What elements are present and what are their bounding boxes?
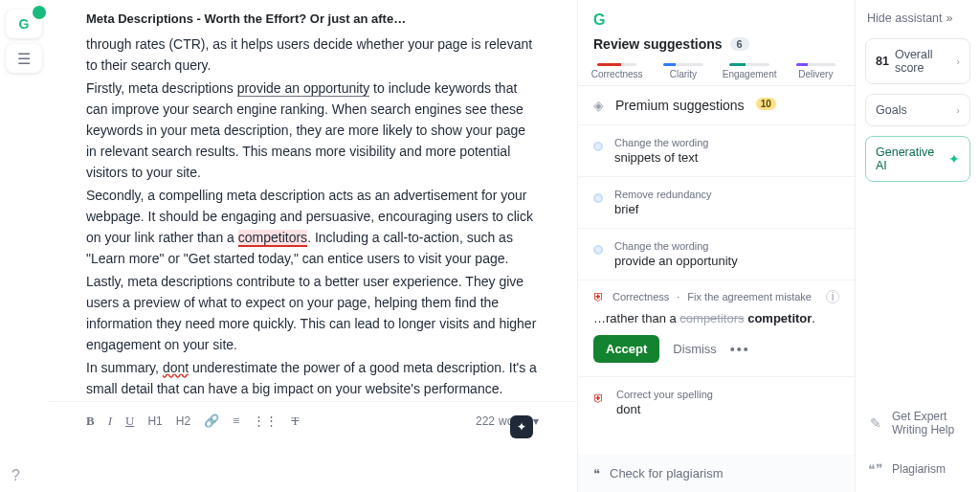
clear-format-button[interactable]: T: [291, 414, 299, 429]
status-dot-icon: [33, 6, 46, 19]
quote-icon: ❝❞: [867, 461, 884, 477]
score-number: 81: [876, 55, 889, 68]
more-options-button[interactable]: •••: [730, 342, 750, 357]
text: In summary,: [86, 360, 163, 375]
sparkle-icon: ✦: [948, 151, 960, 167]
link-button[interactable]: 🔗: [204, 414, 219, 429]
suggestion-list: ◈ Premium suggestions 10 Change the word…: [578, 86, 855, 455]
suggestion-hint: Change the wording: [614, 137, 708, 148]
plagiarism-button[interactable]: ❝❞ Plagiarism: [865, 454, 970, 484]
hide-assistant-button[interactable]: Hide assistant »: [865, 8, 970, 29]
sliders-icon: ☰: [17, 50, 31, 68]
rule-label: Fix the agreement mistake: [687, 291, 812, 302]
suggestion-hint: Correct your spelling: [616, 389, 713, 400]
error-highlight[interactable]: competitors: [238, 230, 307, 247]
h1-button[interactable]: H1: [147, 414, 162, 428]
plagiarism-label: Check for plagiarism: [610, 466, 724, 481]
ai-assist-button[interactable]: ✦: [510, 415, 533, 438]
grammarly-logo-icon: G: [19, 16, 30, 32]
grammarly-logo-icon: G: [593, 11, 839, 29]
tab-label: Clarity: [670, 69, 697, 79]
tab-clarity[interactable]: Clarity: [650, 63, 716, 79]
plagiarism-label: Plagiarism: [892, 462, 946, 476]
chevron-down-icon: ▾: [533, 414, 539, 428]
text: Firstly, meta descriptions: [86, 80, 237, 96]
tab-label: Correctness: [591, 69, 643, 79]
word-count-number: 222: [476, 414, 495, 428]
suggestion-text: dont: [616, 402, 713, 416]
premium-suggestions-card[interactable]: ◈ Premium suggestions 10: [578, 86, 855, 125]
panel-header: G Review suggestions 6: [578, 0, 855, 59]
expanded-suggestion: ⛨ Correctness · Fix the agreement mistak…: [578, 280, 855, 377]
editor-pane: Meta Descriptions - Worth the Effort? Or…: [48, 0, 578, 492]
diamond-icon: ◈: [593, 98, 604, 113]
text: Lastly, meta descriptions contribute to …: [86, 271, 539, 355]
shield-icon: ⛨: [593, 290, 605, 303]
spelling-error[interactable]: dont: [163, 360, 189, 375]
italic-button[interactable]: I: [108, 414, 112, 429]
goals-card[interactable]: Goals ›: [865, 94, 970, 126]
dock-grammarly-button[interactable]: G: [6, 10, 42, 38]
dock: G ☰ ?: [0, 0, 48, 492]
tab-correctness[interactable]: Correctness: [584, 63, 650, 79]
tab-delivery[interactable]: Delivery: [783, 63, 849, 79]
editor-toolbar: B I U H1 H2 🔗 ≡ ⋮⋮ T 222 words ▾: [48, 401, 577, 439]
dock-tools-button[interactable]: ☰: [6, 44, 42, 73]
suggestion-card[interactable]: ⛨ Correct your spelling dont: [578, 377, 855, 428]
suggestion-count-badge: 6: [730, 37, 749, 51]
suggestion-text: provide an opportunity: [614, 254, 738, 268]
document-title[interactable]: Meta Descriptions - Worth the Effort? Or…: [48, 0, 577, 30]
suggestion-text: brief: [614, 202, 712, 216]
suggestion-card[interactable]: Change the wording provide an opportunit…: [578, 229, 855, 280]
suggestion-card[interactable]: Change the wording snippets of text: [578, 125, 855, 177]
category-tabs: Correctness Clarity Engagement Delivery: [578, 59, 855, 86]
correction-text: …rather than a competitors competitor.: [593, 311, 839, 325]
shield-icon: ⛨: [593, 391, 605, 405]
expert-help-button[interactable]: ✎ Get ExpertWriting Help: [865, 402, 970, 444]
score-label: Overall score: [895, 48, 950, 75]
category-label: Correctness: [612, 291, 669, 302]
suggestion-card[interactable]: Remove redundancy brief: [578, 177, 855, 229]
help-icon[interactable]: ?: [11, 467, 20, 484]
chevron-right-icon: ›: [956, 104, 960, 116]
quote-icon: ❝: [593, 466, 600, 481]
chevron-right-icon: ›: [956, 56, 960, 67]
tab-engagement[interactable]: Engagement: [717, 63, 783, 79]
hide-label: Hide assistant: [867, 11, 943, 25]
clarity-dot-icon: [593, 245, 603, 255]
underline-button[interactable]: U: [125, 414, 134, 429]
clarity-dot-icon: [593, 193, 603, 203]
h2-button[interactable]: H2: [176, 414, 190, 428]
info-icon[interactable]: i: [826, 290, 839, 303]
clarity-dot-icon: [593, 142, 603, 151]
right-rail: Hide assistant » 81 Overall score › Goal…: [856, 0, 980, 492]
tab-label: Engagement: [723, 69, 777, 79]
suggestion-text: snippets of text: [614, 150, 708, 165]
generative-ai-label: Generative AI: [876, 145, 943, 172]
bold-button[interactable]: B: [86, 414, 95, 429]
generative-ai-card[interactable]: Generative AI ✦: [865, 136, 970, 182]
text: through rates (CTR), as it helps users d…: [86, 36, 532, 73]
dismiss-button[interactable]: Dismiss: [673, 342, 717, 356]
accept-button[interactable]: Accept: [593, 335, 659, 363]
document-body[interactable]: through rates (CTR), as it helps users d…: [48, 30, 577, 401]
panel-title: Review suggestions: [593, 36, 723, 52]
underlined-phrase[interactable]: provide an opportunity: [237, 80, 370, 97]
person-icon: ✎: [867, 415, 884, 431]
suggestion-hint: Change the wording: [614, 240, 738, 252]
overall-score-card[interactable]: 81 Overall score ›: [865, 38, 970, 84]
expert-help-label: Get ExpertWriting Help: [892, 410, 954, 436]
numbered-list-button[interactable]: ≡: [233, 414, 239, 429]
chevron-right-icon: »: [947, 11, 953, 25]
premium-count-badge: 10: [756, 98, 776, 110]
tab-label: Delivery: [798, 69, 833, 79]
premium-label: Premium suggestions: [615, 98, 745, 113]
bullet-list-button[interactable]: ⋮⋮: [253, 414, 278, 429]
plagiarism-check-button[interactable]: ❝ Check for plagiarism: [578, 455, 855, 492]
goals-label: Goals: [876, 103, 907, 117]
suggestions-panel: G Review suggestions 6 Correctness Clari…: [578, 0, 856, 492]
suggestion-hint: Remove redundancy: [614, 189, 712, 200]
